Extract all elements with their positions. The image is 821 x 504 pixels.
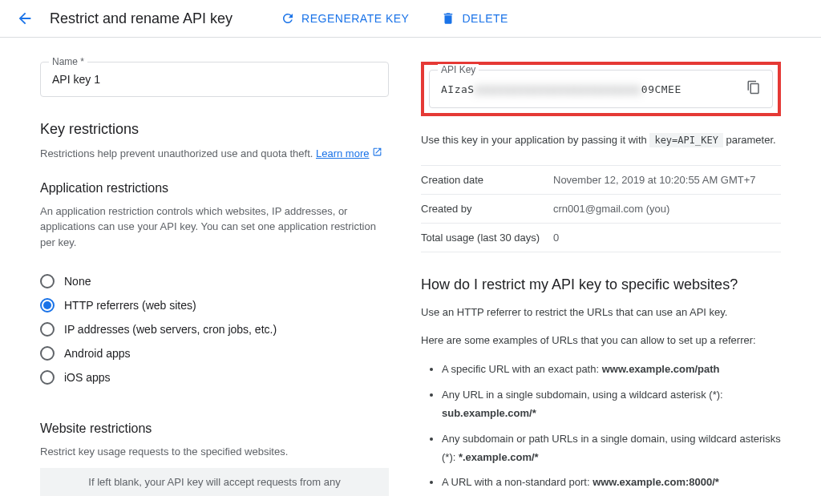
right-column: API Key AIzaSxxxxxxxxxxxxxxxxxxxxxxxxx09… (421, 62, 781, 498)
api-key-highlight-box: API Key AIzaSxxxxxxxxxxxxxxxxxxxxxxxxx09… (421, 62, 781, 116)
radio-label: Android apps (64, 347, 131, 360)
info-row: Created bycrn001@gmail.com (you) (421, 195, 781, 224)
copy-button[interactable] (746, 80, 761, 98)
learn-more-link[interactable]: Learn more (316, 147, 369, 159)
info-key: Creation date (421, 174, 553, 186)
app-restrictions-radio-group: NoneHTTP referrers (web sites)IP address… (40, 269, 389, 389)
website-restrictions-desc: Restrict key usage requests to the speci… (40, 444, 389, 460)
content: Name * Key restrictions Restrictions hel… (0, 38, 821, 504)
faq-list-item: A specific URL with an exact path: www.e… (442, 360, 781, 378)
website-restrictions-heading: Website restrictions (40, 421, 389, 436)
code-param: key=API_KEY (649, 133, 722, 147)
faq-p1: Use an HTTP referrer to restrict the URL… (421, 304, 781, 321)
radio-option[interactable]: HTTP referrers (web sites) (40, 293, 389, 317)
delete-label: DELETE (462, 12, 508, 25)
back-button[interactable] (16, 10, 34, 27)
website-restrictions-note: If left blank, your API key will accept … (40, 468, 389, 496)
left-column: Name * Key restrictions Restrictions hel… (40, 62, 389, 498)
faq-list-item: Any subdomain or path URLs in a single d… (442, 429, 781, 467)
info-key: Created by (421, 203, 553, 215)
radio-label: None (64, 275, 91, 288)
topbar: Restrict and rename API key REGENERATE K… (0, 0, 821, 38)
radio-circle-icon (40, 274, 55, 288)
api-key-label: API Key (438, 64, 479, 75)
info-value: crn001@gmail.com (you) (553, 203, 781, 215)
faq-list-item: A URL with a non-standard port: www.exam… (442, 473, 781, 491)
key-restrictions-heading: Key restrictions (40, 121, 389, 138)
radio-circle-icon (40, 322, 55, 337)
app-restrictions-desc: An application restriction controls whic… (40, 204, 389, 251)
name-input[interactable] (52, 73, 377, 86)
radio-circle-icon (40, 298, 55, 312)
api-key-field: API Key AIzaSxxxxxxxxxxxxxxxxxxxxxxxxx09… (429, 70, 773, 108)
api-key-value: AIzaSxxxxxxxxxxxxxxxxxxxxxxxxx09CMEE (441, 83, 681, 95)
radio-option[interactable]: iOS apps (40, 365, 389, 389)
api-key-help: Use this key in your application by pass… (421, 132, 781, 149)
radio-option[interactable]: IP addresses (web servers, cron jobs, et… (40, 317, 389, 341)
info-table: Creation dateNovember 12, 2019 at 10:20:… (421, 165, 781, 252)
arrow-back-icon (16, 10, 34, 27)
radio-label: iOS apps (64, 371, 111, 384)
external-link-icon (372, 147, 382, 159)
trash-icon (441, 11, 455, 26)
info-value: November 12, 2019 at 10:20:55 AM GMT+7 (553, 174, 781, 186)
refresh-icon (281, 11, 295, 26)
faq-list-item: Any URL in a single subdomain, using a w… (442, 385, 781, 423)
delete-button[interactable]: DELETE (441, 11, 508, 26)
info-value: 0 (553, 232, 781, 244)
page-title: Restrict and rename API key (50, 10, 233, 27)
faq-p2: Here are some examples of URLs that you … (421, 333, 781, 349)
info-row: Total usage (last 30 days)0 (421, 224, 781, 252)
regenerate-button[interactable]: REGENERATE KEY (281, 11, 409, 26)
name-field-wrap[interactable]: Name * (40, 62, 389, 97)
info-row: Creation dateNovember 12, 2019 at 10:20:… (421, 165, 781, 195)
key-restrictions-desc: Restrictions help prevent unauthorized u… (40, 146, 389, 162)
radio-circle-icon (40, 370, 55, 385)
radio-label: IP addresses (web servers, cron jobs, et… (64, 323, 277, 336)
faq-list: A specific URL with an exact path: www.e… (421, 360, 781, 491)
info-key: Total usage (last 30 days) (421, 232, 553, 244)
name-label: Name * (49, 56, 87, 67)
app-restrictions-heading: Application restrictions (40, 181, 389, 196)
regenerate-label: REGENERATE KEY (301, 12, 409, 25)
radio-option[interactable]: Android apps (40, 341, 389, 365)
radio-label: HTTP referrers (web sites) (64, 299, 196, 312)
copy-icon (746, 80, 761, 95)
faq-heading: How do I restrict my API key to specific… (421, 276, 781, 293)
radio-option[interactable]: None (40, 269, 389, 293)
radio-circle-icon (40, 346, 55, 361)
